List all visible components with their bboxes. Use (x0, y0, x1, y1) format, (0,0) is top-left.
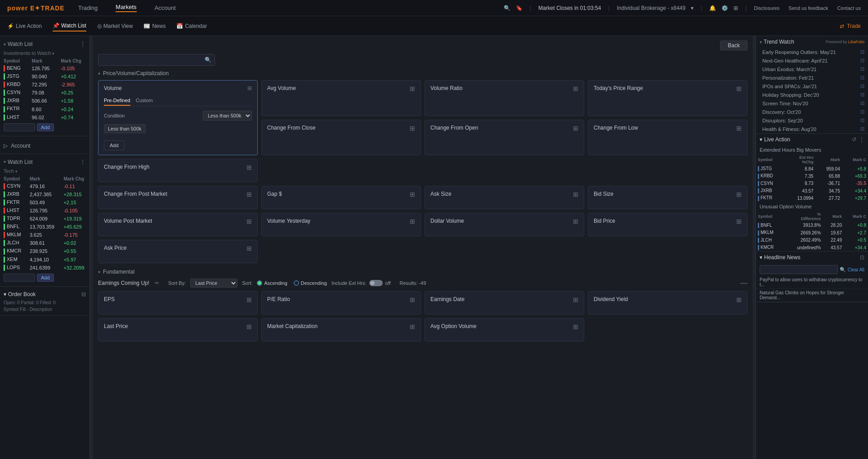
watchlist-1-menu[interactable]: ⋮ (80, 40, 86, 48)
change-from-post-market-card[interactable]: Change From Post Market ⊞ (98, 186, 258, 209)
watchlist-1-row[interactable]: FKTR 8.60 +0.24 (0, 105, 89, 113)
back-button[interactable]: Back (720, 40, 747, 50)
trend-watch-item[interactable]: Holiday Shopping: Dec'20⊡ (756, 90, 868, 99)
headline-news-chevron[interactable]: ▾ (760, 254, 762, 261)
live-action-row[interactable]: CSYN 8.73 -36.71 -35.5 (756, 180, 868, 187)
watchlist-1-add-button[interactable]: Add (37, 123, 54, 131)
trend-watch-item[interactable]: Health & Fitness: Aug'20⊡ (756, 125, 868, 133)
option-volume-row[interactable]: MKLM 2669.26% 19.67 +2.7 (756, 229, 868, 236)
avg-option-volume-card[interactable]: Avg Option Volume ⊞ (425, 318, 584, 342)
fundamental-section-chevron[interactable]: ▾ (98, 270, 100, 274)
change-from-open-card[interactable]: Change From Open ⊞ (425, 120, 584, 156)
watchlist-2-row[interactable]: MKLM 3.625 -0.175 (0, 231, 89, 239)
option-volume-row[interactable]: JLCH 2602.49% 22.49 +0.5 (756, 237, 868, 244)
feedback-link[interactable]: Send us feedback (788, 5, 828, 11)
watchlist-2-row[interactable]: BNFL 13,703.359 +45.629 (0, 223, 89, 231)
headline-news-expand-icon[interactable]: ⊡ (860, 254, 864, 261)
subnav-live-action[interactable]: ⚡ Live Action (7, 21, 42, 31)
bid-size-card[interactable]: Bid Size ⊞ (588, 186, 747, 209)
pe-ratio-card[interactable]: P/E Ratio ⊞ (261, 291, 421, 315)
watchlist-1-row[interactable]: LHST 96.02 +0.74 (0, 113, 89, 122)
order-book-filter-icon[interactable]: ⊟ (81, 291, 86, 297)
market-cap-card[interactable]: Market Capitalization ⊞ (261, 318, 421, 342)
news-item[interactable]: Natural Gas Climbs on Hopes for Stronger… (756, 289, 868, 302)
todays-price-range-card[interactable]: Today's Price Range ⊞ (588, 80, 747, 116)
tab-predefined[interactable]: Pre-Defined (104, 96, 130, 106)
bid-price-card[interactable]: Bid Price ⊞ (588, 213, 747, 236)
avg-volume-card[interactable]: Avg Volume ⊞ (261, 80, 421, 116)
watchlist-2-add-button[interactable]: Add (37, 274, 54, 282)
news-item[interactable]: PayPal to allow users to withdraw crypto… (756, 276, 868, 289)
ask-price-card[interactable]: Ask Price ⊞ (98, 240, 258, 263)
subnav-watch-list[interactable]: 📌 Watch List (53, 21, 86, 32)
watchlist-2-input[interactable] (4, 274, 35, 282)
volume-yesterday-card[interactable]: Volume Yesterday ⊞ (261, 213, 421, 236)
layout-icon[interactable]: ⊞ (734, 5, 738, 11)
live-action-row[interactable]: FKTR 13.0994 27.72 +29.7 (756, 194, 868, 202)
live-action-more-icon[interactable]: ⋮ (859, 136, 864, 143)
bookmark-icon[interactable]: 🔖 (516, 5, 523, 11)
option-volume-row[interactable]: KMCR undefined% 43.57 +34.4 (756, 244, 868, 251)
order-book-header[interactable]: ▾ Order Book ⊟ (0, 289, 89, 299)
live-action-row[interactable]: JXRB 43.57 34.75 +34.4 (756, 187, 868, 194)
volume-ratio-card[interactable]: Volume Ratio ⊞ (425, 80, 584, 116)
dollar-volume-card[interactable]: Dollar Volume ⊞ (425, 213, 584, 236)
earnings-date-card[interactable]: Earnings Date ⊞ (425, 291, 584, 315)
subnav-market-view[interactable]: ◎ Market View (97, 21, 133, 31)
nav-account[interactable]: Account (155, 4, 176, 11)
watchlist-1-row[interactable]: JSTG 90.040 +0.412 (0, 72, 89, 81)
watchlist-1-header[interactable]: ▾ Watch List ⋮ (0, 39, 89, 50)
account-chevron[interactable]: ▾ (691, 5, 694, 11)
trend-watch-item[interactable]: Screen Time: Nov'20⊡ (756, 99, 868, 108)
watchlist-1-row[interactable]: KRBD 72.295 -2.965 (0, 81, 89, 89)
live-action-chevron[interactable]: ▾ (760, 136, 762, 143)
watchlist-2-row[interactable]: KMCR 238.925 +0.55 (0, 247, 89, 255)
volume-filter-card[interactable]: Volume ⊞ Pre-Defined Custom Condition Le… (98, 80, 258, 155)
watchlist-1-input[interactable] (4, 123, 35, 131)
disclosures-link[interactable]: Disclosures (754, 5, 779, 11)
watchlist-2-row[interactable]: TDPR 624.009 +19.319 (0, 215, 89, 223)
live-action-refresh-icon[interactable]: ↺ (852, 136, 856, 143)
trend-watch-item[interactable]: Discovery: Oct'20⊡ (756, 108, 868, 116)
option-volume-row[interactable]: BNFL 3913.8% 28.20 +0.8 (756, 222, 868, 229)
live-action-row[interactable]: KRBD 7.35 65.88 +69.3 (756, 172, 868, 180)
watchlist-2-row[interactable]: LOPS 241.6399 +32.2099 (0, 264, 89, 272)
descending-option[interactable]: Descending (294, 280, 327, 286)
watchlist-2-row[interactable]: LHST 126.795 -0.105 (0, 207, 89, 215)
dividend-yield-card[interactable]: Dividend Yield ⊞ (588, 291, 747, 315)
minimize-icon[interactable]: — (740, 279, 747, 287)
change-from-high-card[interactable]: Change From High ⊞ (98, 159, 258, 182)
tab-custom[interactable]: Custom (136, 96, 153, 106)
trend-watch-item[interactable]: Personalization: Feb'21⊡ (756, 73, 868, 82)
subnav-calendar[interactable]: 📅 Calendar (176, 21, 207, 31)
condition-select[interactable]: Less than 500k (203, 111, 252, 121)
watchlist-2-row[interactable]: JXRB 2,437.385 +28.315 (0, 190, 89, 198)
trend-watch-item[interactable]: IPOs and SPACs: Jan'21⊡ (756, 82, 868, 90)
trend-watch-item[interactable]: Disruptors: Sep'20⊡ (756, 116, 868, 125)
sort-select[interactable]: Last Price Market Cap Volume EPS (190, 279, 237, 288)
last-price-card[interactable]: Last Price ⊞ (98, 318, 258, 342)
contact-link[interactable]: Contact us (837, 5, 861, 11)
watchlist-2-row[interactable]: CSYN 479.16 -0.11 (0, 182, 89, 190)
notification-icon[interactable]: 🔔 (709, 5, 716, 11)
settings-icon[interactable]: ⚙️ (721, 5, 728, 11)
watchlist-2-row[interactable]: XEM 4,194.10 +5.97 (0, 256, 89, 264)
watchlist-2-row[interactable]: FKTR 503.49 +2.15 (0, 198, 89, 207)
trend-watch-item[interactable]: Next-Gen Healthcare: April'21⊡ (756, 56, 868, 65)
earnings-edit-icon[interactable]: ✏ (155, 280, 159, 286)
trend-watch-item[interactable]: Urban Exodus: March'21⊡ (756, 65, 868, 73)
watchlist-1-row[interactable]: CSYN 79.08 +0.25 (0, 89, 89, 97)
subnav-trade[interactable]: ⇄ Trade (840, 23, 861, 29)
nav-markets[interactable]: Markets (116, 4, 136, 12)
price-section-chevron[interactable]: ▾ (98, 71, 100, 76)
gap-dollar-card[interactable]: Gap $ ⊞ (261, 186, 421, 209)
subnav-news[interactable]: 📰 News (143, 21, 166, 31)
trend-watch-item[interactable]: Early Reopening Outliers: May'21⊡ (756, 48, 868, 56)
volume-add-button[interactable]: Add (104, 140, 125, 150)
trend-watch-header[interactable]: ▾ Trend Watch Powered by LikaFolio (756, 36, 868, 48)
search-icon[interactable]: 🔍 (504, 5, 510, 11)
change-from-close-card[interactable]: Change From Close ⊞ (261, 120, 421, 156)
watchlist-1-row[interactable]: JXRB 506.66 +1.58 (0, 97, 89, 105)
volume-post-market-card[interactable]: Volume Post Market ⊞ (98, 213, 258, 236)
watchlist-1-row[interactable]: BENG 126.795 -0.105 (0, 64, 89, 72)
